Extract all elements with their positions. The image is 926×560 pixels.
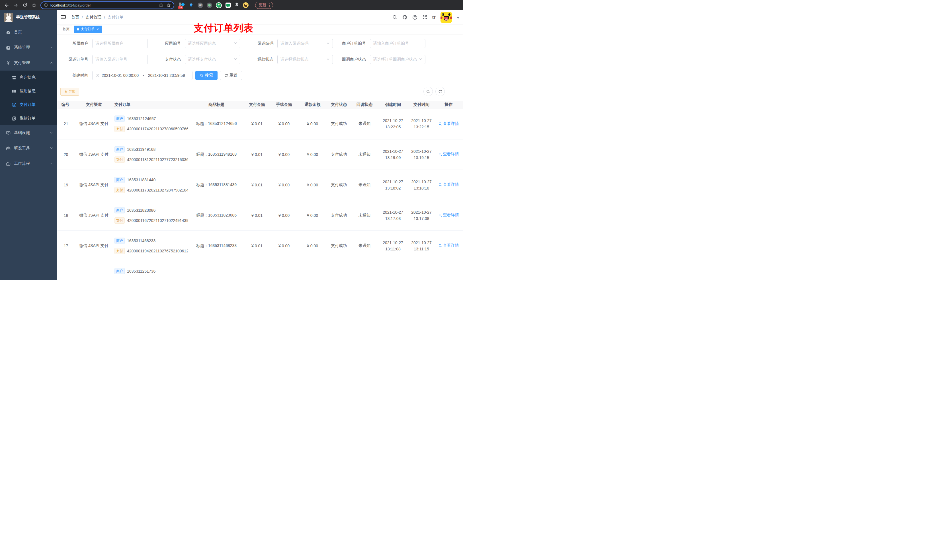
sidebar-menu: 首页系统管理支付管理商户信息应用信息支付订单退款订单基础设施研发工具工作流程 [0,24,57,280]
sidebar-item-workflow[interactable]: 工作流程 [0,156,57,171]
profile-emoji-icon[interactable] [243,2,248,8]
browser-chrome: localhost:1024/pay/order 10 ⌘ Y 更新 [0,0,463,10]
filter-select-支付状态[interactable]: 请选择支付状态 [185,55,240,64]
sidebar-item-pay[interactable]: 支付管理 [0,55,57,71]
record-extension-icon[interactable] [207,3,212,8]
search-button[interactable]: 搜索 [195,71,218,80]
chat-extension-icon[interactable] [225,3,231,8]
sidebar-item-app-info[interactable]: 应用信息 [0,84,57,98]
cell-create-time: 2021-10-2713:22:05 [377,109,409,139]
command-extension-icon[interactable]: ⌘ [198,3,203,8]
browser-menu-icon[interactable] [268,3,271,7]
toggle-search-button[interactable] [424,87,433,96]
y-extension-icon[interactable]: Y [216,2,222,8]
sidebar-item-dev-tools[interactable]: 研发工具 [0,140,57,156]
tab-close-icon[interactable]: × [96,27,99,31]
date-separator: - [141,73,146,78]
table-row: 19微信 JSAPI 支付商户1635311881440支付4200001173… [57,170,463,200]
avatar-caret-down-icon[interactable] [457,15,460,20]
chevron-down-icon [50,162,53,166]
search-icon[interactable] [392,15,398,20]
merchant-order-no: 1635311251736 [127,269,156,273]
sidebar-item-infrastructure[interactable]: 基础设施 [0,125,57,140]
pay-tag: 支付 [115,187,125,193]
order-lines: 商户1635311823086支付42000011672021102710224… [115,207,188,223]
fullscreen-icon[interactable] [422,15,427,20]
tab-label: 首页 [63,27,70,32]
placeholder-text: 请输入商户订单编号 [373,41,422,46]
github-icon[interactable] [402,15,407,20]
chevron-down-icon [50,131,53,135]
filter-input-商户订单编号[interactable]: 请输入商户订单编号 [370,39,425,48]
site-info-icon[interactable] [44,3,48,7]
cell-action: 查看详情 [434,170,463,200]
chevron-down-icon [326,57,330,62]
address-bar[interactable]: localhost:1024/pay/order [41,2,174,9]
cell-action: 查看详情 [434,109,463,139]
cell-id: 21 [57,109,73,139]
sidebar-submenu: 商户信息应用信息支付订单退款订单 [0,71,57,125]
sidebar-item-refund-order[interactable]: 退款订单 [0,112,57,125]
cell-pay-order: 商户1635311468233支付42000011942021102767521… [115,231,188,261]
order-lines: 商户1635311881440支付42000011732021102728479… [115,177,188,193]
app-logo[interactable]: 芋道管理系统 [0,10,57,24]
tab-支付订单[interactable]: 支付订单× [74,26,102,33]
cell-empty [377,261,409,280]
tab-首页[interactable]: 首页 [60,26,72,33]
blocks-extension-icon[interactable]: 10 [179,2,185,8]
filter-select-渠道编码[interactable]: 请输入渠道编码 [277,39,333,48]
channel-pay-no: 4200001194202110276752100612 [127,249,188,253]
puzzle-extensions-icon[interactable] [235,2,239,8]
sidebar-item-pay-order[interactable]: 支付订单 [0,98,57,112]
sidebar-item-system[interactable]: 系统管理 [0,40,57,55]
browser-home-button[interactable] [30,2,38,9]
content: 所属商户请选择所属商户应用编号请选择应用信息渠道编码请输入渠道编码商户订单编号请… [57,34,463,280]
browser-reload-button[interactable] [21,2,29,9]
cell-amount: ¥ 0.01 [245,170,269,200]
gem-extension-icon[interactable] [188,2,194,8]
filter-input-渠道订单号[interactable]: 请输入渠道订单号 [92,55,148,64]
filter-select-应用编号[interactable]: 请选择应用信息 [185,39,240,48]
cell-empty [352,261,377,280]
view-detail-link[interactable]: 查看详情 [439,213,459,218]
user-avatar[interactable] [440,12,452,23]
filter-select-退款状态[interactable]: 请选择退款状态 [277,55,333,64]
share-icon[interactable] [159,3,163,8]
export-button[interactable]: 导出 [61,88,79,96]
view-detail-label: 查看详情 [443,152,459,157]
cell-pay-order: 商户1635312124657支付42000011742021102780605… [115,109,188,139]
placeholder-text: 请输入渠道订单号 [95,57,145,62]
reset-button-label: 重置 [230,73,238,78]
view-detail-link[interactable]: 查看详情 [439,182,459,187]
order-no-line: 支付4200001181202110277723215336 [115,157,188,163]
view-detail-link[interactable]: 查看详情 [439,121,459,126]
placeholder-text: 请选择订单回调商户状态 [373,57,419,62]
filter-input-所属商户[interactable]: 请选择所属商户 [92,39,148,48]
view-detail-link[interactable]: 查看详情 [439,152,459,157]
sidebar-item-merchant-info[interactable]: 商户信息 [0,71,57,84]
view-detail-label: 查看详情 [443,121,459,126]
sidebar-item-home[interactable]: 首页 [0,24,57,40]
page-title: 支付订单列表 [194,22,253,35]
browser-back-button[interactable] [3,2,10,9]
cell-fee: ¥ 0.00 [269,170,299,200]
breadcrumb-item[interactable]: 支付管理 [85,15,101,20]
table-header-6: 退款金额 [299,101,326,109]
view-detail-link[interactable]: 查看详情 [439,243,459,248]
refresh-button[interactable] [436,87,445,96]
help-icon[interactable] [412,15,418,20]
breadcrumb-item[interactable]: 首页 [71,15,79,20]
table-header-5: 手续金额 [269,101,299,109]
reset-button[interactable]: 重置 [220,71,242,80]
url-text: localhost:1024/pay/order [50,3,159,8]
browser-forward-button[interactable] [12,2,20,9]
create-time-range-picker[interactable]: 2021-10-01 00:00:00-2021-10-31 23:59:59 [92,71,192,80]
bookmark-star-icon[interactable] [166,3,171,8]
font-size-icon[interactable]: tT [432,15,436,20]
cell-channel [73,261,115,280]
browser-update-button[interactable]: 更新 [255,2,273,9]
cell-id: 19 [57,170,73,200]
cell-pay-time: 2021-10-2713:18:10 [409,170,434,200]
sidebar-fold-icon[interactable] [61,14,67,21]
filter-select-回调商户状态[interactable]: 请选择订单回调商户状态 [370,55,425,64]
